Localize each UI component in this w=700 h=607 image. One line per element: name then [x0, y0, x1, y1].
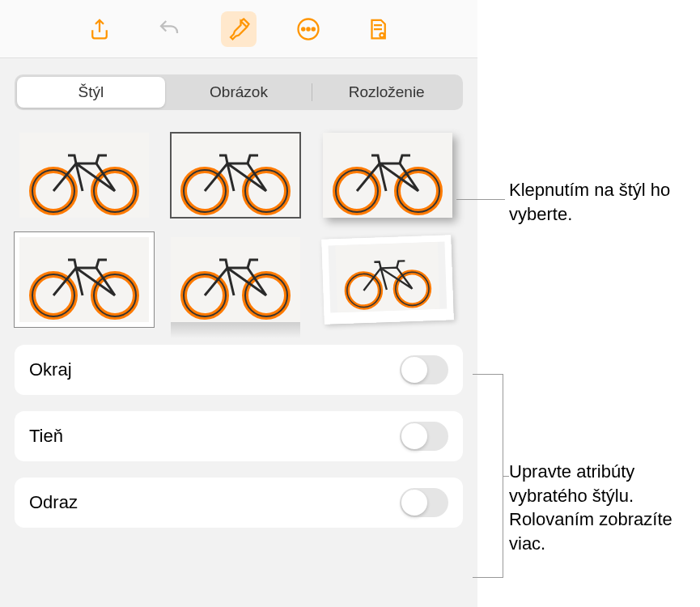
- tab-image[interactable]: Obrázok: [165, 77, 313, 108]
- format-inspector-panel: Štýl Obrázok Rozloženie: [0, 0, 477, 607]
- bike-thumb-icon: [323, 133, 452, 218]
- bike-thumb-icon: [171, 237, 300, 322]
- callout-bracket: [473, 374, 503, 578]
- format-panel-body: Štýl Obrázok Rozloženie: [0, 58, 477, 607]
- svg-point-3: [312, 28, 315, 30]
- svg-point-2: [307, 28, 309, 30]
- setting-label-border: Okraj: [29, 359, 72, 380]
- style-thumbnails-grid: [15, 133, 463, 322]
- bike-thumb-icon: [19, 133, 149, 218]
- setting-row-border: Okraj: [15, 345, 463, 395]
- style-preset-border[interactable]: [171, 133, 300, 218]
- style-preset-reflect[interactable]: [171, 237, 300, 322]
- tab-segmented-control: Štýl Obrázok Rozloženie: [15, 74, 463, 110]
- style-preset-frame[interactable]: [19, 237, 149, 322]
- bike-thumb-icon: [328, 242, 447, 313]
- switch-border[interactable]: [400, 355, 448, 384]
- view-button[interactable]: [360, 11, 396, 47]
- paintbrush-icon: [227, 17, 251, 41]
- bike-thumb-icon: [171, 133, 300, 218]
- tab-style[interactable]: Štýl: [17, 77, 165, 108]
- format-button[interactable]: [221, 11, 257, 47]
- callout-tap-style: Klepnutím na štýl ho vyberte.: [509, 178, 700, 226]
- style-preset-polaroid[interactable]: [321, 235, 454, 325]
- setting-row-reflect: Odraz: [15, 478, 463, 528]
- bike-thumb-icon: [19, 237, 149, 322]
- setting-label-shadow: Tieň: [29, 426, 63, 447]
- document-view-icon: [366, 17, 390, 41]
- callout-leader-line: [456, 199, 505, 200]
- main-toolbar: [0, 0, 477, 58]
- share-icon: [87, 17, 112, 41]
- switch-reflect[interactable]: [400, 488, 448, 517]
- more-icon: [296, 17, 320, 41]
- svg-point-5: [381, 34, 384, 36]
- share-button[interactable]: [82, 11, 117, 47]
- setting-label-reflect: Odraz: [29, 492, 78, 513]
- setting-row-shadow: Tieň: [15, 411, 463, 461]
- tab-layout[interactable]: Rozloženie: [312, 77, 460, 108]
- style-preset-shadow[interactable]: [323, 133, 452, 218]
- switch-shadow[interactable]: [400, 422, 448, 451]
- style-preset-none[interactable]: [19, 133, 149, 218]
- more-button[interactable]: [291, 11, 326, 47]
- svg-point-1: [302, 28, 304, 30]
- undo-icon: [157, 17, 181, 41]
- undo-button[interactable]: [151, 11, 187, 47]
- callout-adjust-attributes: Upravte atribúty vybratého štýlu. Rolova…: [509, 460, 700, 556]
